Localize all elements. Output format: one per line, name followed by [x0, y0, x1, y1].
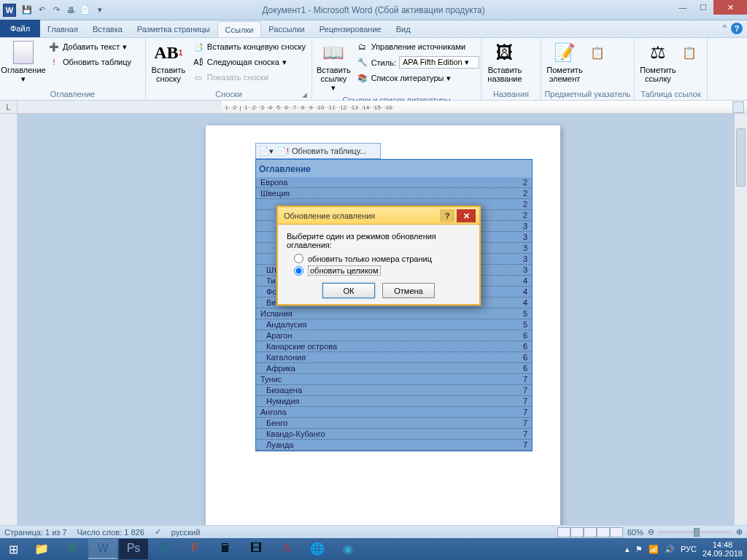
view-outline[interactable]: [597, 527, 610, 537]
insert-footnote-button[interactable]: AB1Вставить сноску: [149, 39, 188, 85]
dialog-close-button[interactable]: ✕: [457, 209, 476, 222]
tray-network-icon[interactable]: 📶: [649, 545, 659, 554]
taskbar-app[interactable]: ◉: [333, 539, 363, 559]
manage-sources-button[interactable]: 🗂Управление источниками: [354, 39, 482, 54]
toc-entry[interactable]: Луанда7: [256, 440, 532, 451]
tab-home[interactable]: Главная: [40, 21, 85, 37]
mark-citation-button[interactable]: ⚖Пометить ссылку: [638, 39, 678, 85]
view-web-layout[interactable]: [584, 527, 597, 537]
maximize-button[interactable]: ☐: [693, 0, 713, 15]
toc-entry[interactable]: Бенго7: [256, 418, 532, 429]
tray-clock[interactable]: 14:4824.09.2018: [703, 540, 743, 558]
status-page[interactable]: Страница: 1 из 7: [4, 528, 67, 537]
toc-entry[interactable]: Тунис7: [256, 374, 532, 385]
toc-entry[interactable]: Арагон6: [256, 330, 532, 341]
ruler-toggle-icon[interactable]: [732, 101, 744, 113]
preview-icon[interactable]: 📄: [79, 4, 92, 17]
toa-extra-button[interactable]: 📋: [680, 39, 699, 67]
undo-icon[interactable]: ↶: [35, 4, 48, 17]
view-full-screen[interactable]: [570, 527, 584, 537]
index-extra-button[interactable]: 📋: [587, 39, 608, 67]
next-footnote-button[interactable]: A₿Следующая сноска ▾: [190, 55, 309, 69]
vertical-ruler[interactable]: [0, 114, 18, 525]
taskbar-publisher[interactable]: P: [150, 539, 179, 559]
insert-citation-button[interactable]: 📖Вставить ссылку▾: [315, 39, 352, 94]
toc-update-icon[interactable]: 📄!: [276, 147, 289, 156]
radio-update-page-numbers[interactable]: обновить только номера страниц: [294, 254, 471, 263]
toc-field-toolbar[interactable]: 📄▾ 📄! Обновить таблицу...: [255, 143, 381, 159]
tab-view[interactable]: Вид: [389, 21, 418, 37]
toc-entry[interactable]: Европа2: [256, 177, 532, 188]
toc-update-label[interactable]: Обновить таблицу...: [292, 147, 366, 155]
tray-language[interactable]: РУС: [681, 545, 697, 553]
taskbar-chrome[interactable]: 🌐: [303, 539, 332, 559]
add-text-button[interactable]: ➕Добавить текст ▾: [45, 39, 134, 54]
status-language[interactable]: русский: [171, 528, 200, 537]
cancel-button[interactable]: Отмена: [382, 283, 435, 298]
taskbar-calculator[interactable]: 🖩: [211, 539, 240, 559]
insert-endnote-button[interactable]: 📑Вставить концевую сноску: [190, 39, 309, 54]
ok-button[interactable]: ОК: [322, 283, 375, 298]
dialog-titlebar[interactable]: Обновление оглавления ? ✕: [276, 206, 481, 225]
status-proofing-icon[interactable]: ✓: [155, 527, 161, 537]
qat-more-icon[interactable]: ▾: [93, 4, 107, 17]
insert-caption-button[interactable]: 🖼Вставить название: [484, 39, 525, 85]
tab-mailings[interactable]: Рассылки: [261, 21, 311, 37]
bibliography-button[interactable]: 📚Список литературы ▾: [354, 71, 482, 85]
save-icon[interactable]: 💾: [20, 4, 34, 17]
tray-flag-icon[interactable]: ⚑: [635, 545, 643, 554]
title-bar: W 💾 ↶ ↷ 🖶 📄 ▾ Документ1 - Microsoft Word…: [0, 0, 747, 20]
tab-selector[interactable]: L: [0, 101, 18, 113]
toc-entry[interactable]: Африка6: [256, 363, 532, 374]
toc-menu-icon[interactable]: 📄▾: [259, 147, 274, 156]
help-button[interactable]: ?: [731, 23, 743, 34]
update-table-button[interactable]: !Обновить таблицу: [45, 55, 134, 69]
mark-entry-button[interactable]: 📝Пометить элемент: [544, 39, 585, 85]
toc-entry[interactable]: Испания5: [256, 308, 532, 319]
taskbar-video[interactable]: 🎞: [241, 539, 271, 559]
footnotes-launcher-icon[interactable]: ◢: [302, 91, 307, 98]
tab-file[interactable]: Файл: [0, 20, 40, 37]
tray-volume-icon[interactable]: 🔊: [665, 545, 675, 554]
toc-entry[interactable]: Андалусия5: [256, 319, 532, 330]
tab-review[interactable]: Рецензирование: [312, 21, 389, 37]
dialog-help-button[interactable]: ?: [440, 209, 454, 222]
toc-entry[interactable]: Ангола7: [256, 407, 532, 418]
tab-insert[interactable]: Вставка: [85, 21, 130, 37]
toc-entry[interactable]: Нумидия7: [256, 396, 532, 407]
close-button[interactable]: ✕: [713, 0, 747, 15]
toc-entry[interactable]: Канарские острова6: [256, 341, 532, 352]
tab-layout[interactable]: Разметка страницы: [130, 21, 217, 37]
redo-icon[interactable]: ↷: [50, 4, 63, 17]
tray-up-icon[interactable]: ▴: [625, 545, 630, 554]
citation-style-select[interactable]: 🔧Стиль: APA Fifth Edition ▾: [354, 55, 482, 70]
zoom-in-button[interactable]: ⊕: [736, 527, 743, 537]
taskbar-word[interactable]: W: [88, 539, 117, 559]
toc-entry[interactable]: Швеция2: [256, 188, 532, 199]
taskbar-excel[interactable]: X: [58, 539, 87, 559]
scrollbar-thumb[interactable]: [736, 128, 746, 187]
minimize-button[interactable]: —: [673, 0, 693, 15]
taskbar-access[interactable]: A: [272, 539, 301, 559]
horizontal-ruler[interactable]: ·1· ·2· | ·1· ·2· ·3· ·4· ·5· ·6· ·7· ·8…: [18, 101, 747, 113]
zoom-slider[interactable]: [659, 531, 732, 534]
toc-button[interactable]: Оглавление▾: [3, 39, 44, 85]
minimize-ribbon-icon[interactable]: ^: [723, 23, 727, 32]
document-page[interactable]: 📄▾ 📄! Обновить таблицу... Оглавление Евр…: [206, 125, 560, 525]
print-icon[interactable]: 🖶: [64, 4, 77, 17]
zoom-level[interactable]: 60%: [627, 528, 643, 537]
status-words[interactable]: Число слов: 1 826: [77, 528, 144, 537]
zoom-out-button[interactable]: ⊖: [648, 527, 654, 537]
view-draft[interactable]: [610, 527, 623, 537]
tab-references[interactable]: Ссылки: [217, 21, 262, 37]
view-print-layout[interactable]: [557, 527, 570, 537]
taskbar-photoshop[interactable]: Ps: [119, 539, 148, 559]
taskbar-powerpoint[interactable]: P: [180, 539, 209, 559]
taskbar-explorer[interactable]: 📁: [27, 539, 56, 559]
vertical-scrollbar[interactable]: [734, 114, 747, 525]
toc-entry[interactable]: Квандо-Кубанго7: [256, 429, 532, 440]
start-button[interactable]: ⊞: [0, 538, 26, 560]
toc-entry[interactable]: Каталония6: [256, 352, 532, 363]
toc-entry[interactable]: Бизацена7: [256, 385, 532, 396]
radio-update-entire[interactable]: обновить целиком: [294, 265, 471, 276]
